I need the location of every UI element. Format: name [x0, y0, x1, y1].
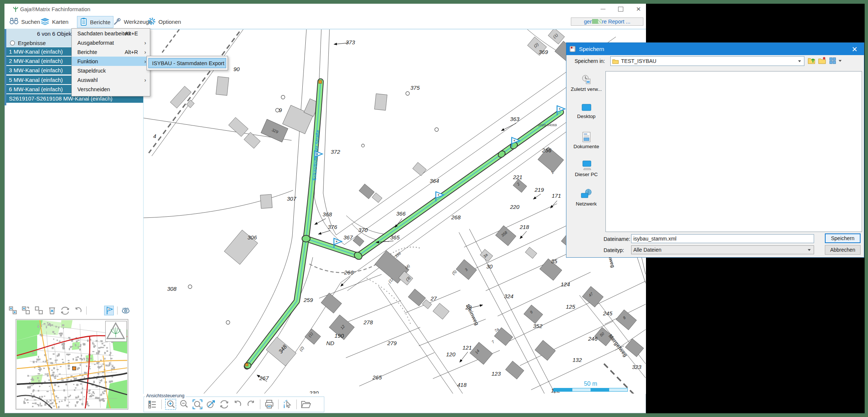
toolbar-karten[interactable]: Karten — [38, 16, 71, 27]
select-all-button[interactable] — [8, 306, 18, 315]
menu-item-sachdaten-bearbeiten[interactable]: Sachdaten bearbeitenAlt+E — [72, 29, 150, 38]
place-netzwerk[interactable]: Netzwerk — [569, 189, 604, 207]
isybau-export-label: ISYBAU - Stammdaten Export — [152, 60, 224, 66]
place-zuletzt-verw-[interactable]: Zuletzt verw... — [569, 74, 604, 92]
visibility-eye-button[interactable] — [121, 306, 131, 315]
selection-toolbar — [8, 305, 140, 316]
minimap-feature — [81, 359, 83, 360]
minimap-feature — [110, 352, 111, 354]
layers-icon — [41, 17, 49, 26]
minimap-feature — [51, 362, 53, 364]
print-button[interactable] — [264, 398, 275, 410]
menu-item-verschneiden[interactable]: Verschneiden — [72, 85, 150, 94]
clear-selection-button[interactable] — [47, 306, 57, 315]
place-dieser-pc[interactable]: Dieser PC — [569, 160, 604, 177]
flag-mode-button[interactable] — [104, 306, 114, 315]
minimap-feature — [91, 394, 93, 395]
minimap-feature — [39, 320, 61, 335]
minimap-feature — [38, 326, 39, 328]
save-button[interactable]: Speichern — [825, 233, 861, 243]
minimap-feature — [45, 374, 47, 375]
zoom-pan-button[interactable] — [205, 398, 216, 410]
zoom-in-button[interactable] — [165, 398, 176, 410]
minimap-feature — [80, 344, 81, 346]
minimap-feature — [81, 355, 82, 357]
minimap-feature — [102, 343, 103, 344]
menu-item-ausgabeformat[interactable]: Ausgabeformat› — [72, 38, 150, 47]
generate-report-button[interactable]: generiere Report ... — [571, 17, 643, 26]
deselect-button[interactable] — [34, 306, 44, 315]
undo-selection-button[interactable] — [73, 306, 83, 315]
minimap-feature — [80, 383, 82, 385]
minimap-feature — [32, 385, 33, 386]
dialog-close-icon[interactable]: ✕ — [850, 45, 859, 54]
toolbar-suchen[interactable]: Suchen — [7, 16, 43, 27]
scale-label: 50 m — [553, 381, 628, 387]
up-one-level-button[interactable] — [807, 56, 816, 66]
refresh-view-button[interactable] — [219, 398, 230, 410]
minimap-feature — [53, 339, 54, 340]
zoom-out-button[interactable] — [179, 398, 190, 410]
redo-view-button[interactable] — [245, 398, 257, 410]
svg-text:306: 306 — [247, 234, 257, 241]
minimap-feature — [107, 365, 110, 366]
open-folder-button[interactable] — [300, 398, 311, 410]
minimap-feature — [48, 324, 49, 325]
invert-selection-button[interactable] — [21, 306, 31, 315]
menu-item-stapeldruck[interactable]: Stapeldruck — [72, 66, 150, 75]
minimap-feature — [54, 333, 55, 334]
toolbar-optionen[interactable]: Optionen — [145, 16, 184, 27]
toolbar-optionen-label: Optionen — [158, 19, 181, 25]
minimap-feature — [60, 335, 62, 337]
info-cursor-button[interactable]: i — [282, 398, 293, 410]
menu-item-funktion[interactable]: Funktion› — [72, 57, 150, 66]
place-desktop[interactable]: Desktop — [569, 103, 604, 119]
toolbar-berichte[interactable]: Berichte — [77, 16, 113, 28]
minimap-feature — [46, 391, 49, 392]
svg-text:369: 369 — [539, 49, 548, 55]
minimap-feature — [98, 347, 100, 348]
cancel-button[interactable]: Abbrechen — [825, 245, 861, 255]
menu-item-isybau-export[interactable]: ISYBAU - Stammdaten Export — [148, 58, 226, 68]
minimap-feature — [60, 333, 62, 335]
minimap-feature — [88, 405, 89, 406]
refresh-selection-button[interactable] — [60, 306, 70, 315]
minimap-feature — [38, 356, 39, 358]
folder-icon — [612, 58, 619, 64]
filetype-select[interactable]: Alle Dateien — [631, 245, 814, 254]
menu-item-berichte[interactable]: BerichteAlt+R› — [72, 47, 150, 57]
maximize-button[interactable] — [613, 4, 628, 13]
clipboard-icon — [80, 17, 87, 27]
svg-text:35: 35 — [551, 258, 557, 264]
menu-item-auswahl[interactable]: Auswahl› — [72, 75, 150, 85]
svg-text:265: 265 — [372, 374, 382, 381]
new-folder-button[interactable] — [818, 56, 827, 66]
minimap-feature — [36, 361, 37, 363]
place-icon — [569, 189, 604, 200]
minimap-feature — [37, 404, 38, 405]
folder-combobox[interactable]: TEST_ISYBAU — [610, 56, 804, 66]
minimap-feature — [106, 347, 107, 348]
minimap-feature — [64, 389, 65, 391]
minimap-feature — [100, 380, 102, 382]
file-list-area[interactable] — [605, 71, 862, 232]
minimize-button[interactable] — [595, 4, 610, 13]
svg-text:124: 124 — [560, 281, 570, 287]
zoom-rectangle-button[interactable] — [192, 398, 203, 410]
view-menu-button[interactable] — [829, 56, 842, 65]
minimap-feature — [102, 347, 104, 348]
filename-input[interactable]: isybau_stamm.xml — [631, 234, 814, 243]
undo-view-button[interactable] — [232, 398, 243, 410]
svg-text:418: 418 — [457, 382, 467, 388]
minimap-feature — [58, 327, 59, 328]
svg-text:90: 90 — [234, 66, 240, 72]
svg-text:221: 221 — [512, 174, 522, 180]
close-button[interactable]: × — [631, 4, 646, 13]
minimap-feature — [54, 378, 56, 379]
svg-text:376: 376 — [328, 224, 337, 230]
legend-button[interactable] — [147, 398, 158, 410]
place-dokumente[interactable]: Dokumente — [569, 131, 604, 149]
minimap-feature — [87, 340, 89, 341]
minimap-feature — [45, 361, 47, 362]
svg-text:324: 324 — [504, 293, 513, 299]
